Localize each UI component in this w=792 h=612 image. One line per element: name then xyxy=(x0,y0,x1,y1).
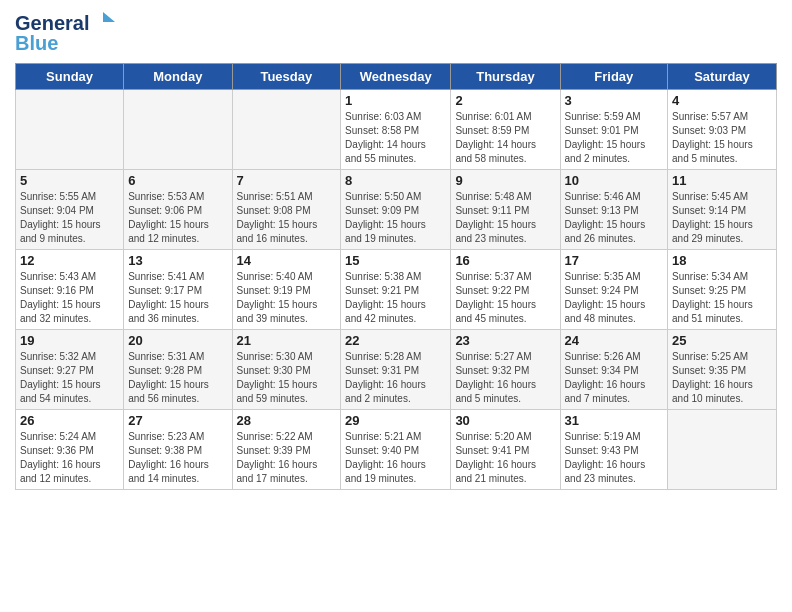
day-number: 15 xyxy=(345,253,446,268)
day-number: 26 xyxy=(20,413,119,428)
day-info: Sunrise: 5:28 AM Sunset: 9:31 PM Dayligh… xyxy=(345,350,446,406)
day-number: 29 xyxy=(345,413,446,428)
day-number: 30 xyxy=(455,413,555,428)
calendar-cell: 14Sunrise: 5:40 AM Sunset: 9:19 PM Dayli… xyxy=(232,250,341,330)
calendar-cell xyxy=(232,90,341,170)
day-info: Sunrise: 5:40 AM Sunset: 9:19 PM Dayligh… xyxy=(237,270,337,326)
calendar-cell xyxy=(668,410,777,490)
svg-text:Blue: Blue xyxy=(15,32,58,54)
calendar-cell xyxy=(16,90,124,170)
day-info: Sunrise: 5:57 AM Sunset: 9:03 PM Dayligh… xyxy=(672,110,772,166)
day-number: 6 xyxy=(128,173,227,188)
day-number: 19 xyxy=(20,333,119,348)
header: GeneralBlue xyxy=(15,10,777,55)
day-info: Sunrise: 5:19 AM Sunset: 9:43 PM Dayligh… xyxy=(565,430,664,486)
calendar-week-1: 1Sunrise: 6:03 AM Sunset: 8:58 PM Daylig… xyxy=(16,90,777,170)
calendar-cell xyxy=(124,90,232,170)
logo: GeneralBlue xyxy=(15,10,135,55)
day-info: Sunrise: 5:21 AM Sunset: 9:40 PM Dayligh… xyxy=(345,430,446,486)
calendar-header-thursday: Thursday xyxy=(451,64,560,90)
calendar-cell: 29Sunrise: 5:21 AM Sunset: 9:40 PM Dayli… xyxy=(341,410,451,490)
calendar-cell: 25Sunrise: 5:25 AM Sunset: 9:35 PM Dayli… xyxy=(668,330,777,410)
calendar-week-3: 12Sunrise: 5:43 AM Sunset: 9:16 PM Dayli… xyxy=(16,250,777,330)
calendar-cell: 20Sunrise: 5:31 AM Sunset: 9:28 PM Dayli… xyxy=(124,330,232,410)
day-info: Sunrise: 5:20 AM Sunset: 9:41 PM Dayligh… xyxy=(455,430,555,486)
calendar-cell: 5Sunrise: 5:55 AM Sunset: 9:04 PM Daylig… xyxy=(16,170,124,250)
day-info: Sunrise: 5:59 AM Sunset: 9:01 PM Dayligh… xyxy=(565,110,664,166)
day-info: Sunrise: 5:55 AM Sunset: 9:04 PM Dayligh… xyxy=(20,190,119,246)
day-number: 10 xyxy=(565,173,664,188)
calendar-cell: 21Sunrise: 5:30 AM Sunset: 9:30 PM Dayli… xyxy=(232,330,341,410)
day-number: 23 xyxy=(455,333,555,348)
day-number: 21 xyxy=(237,333,337,348)
day-info: Sunrise: 5:31 AM Sunset: 9:28 PM Dayligh… xyxy=(128,350,227,406)
day-number: 20 xyxy=(128,333,227,348)
day-number: 17 xyxy=(565,253,664,268)
calendar-cell: 26Sunrise: 5:24 AM Sunset: 9:36 PM Dayli… xyxy=(16,410,124,490)
day-info: Sunrise: 5:51 AM Sunset: 9:08 PM Dayligh… xyxy=(237,190,337,246)
day-number: 18 xyxy=(672,253,772,268)
day-info: Sunrise: 5:25 AM Sunset: 9:35 PM Dayligh… xyxy=(672,350,772,406)
calendar-cell: 31Sunrise: 5:19 AM Sunset: 9:43 PM Dayli… xyxy=(560,410,668,490)
calendar-cell: 28Sunrise: 5:22 AM Sunset: 9:39 PM Dayli… xyxy=(232,410,341,490)
calendar-header-saturday: Saturday xyxy=(668,64,777,90)
calendar-cell: 1Sunrise: 6:03 AM Sunset: 8:58 PM Daylig… xyxy=(341,90,451,170)
day-info: Sunrise: 5:24 AM Sunset: 9:36 PM Dayligh… xyxy=(20,430,119,486)
day-number: 9 xyxy=(455,173,555,188)
day-number: 24 xyxy=(565,333,664,348)
day-number: 4 xyxy=(672,93,772,108)
day-info: Sunrise: 5:23 AM Sunset: 9:38 PM Dayligh… xyxy=(128,430,227,486)
calendar-cell: 11Sunrise: 5:45 AM Sunset: 9:14 PM Dayli… xyxy=(668,170,777,250)
calendar-header-wednesday: Wednesday xyxy=(341,64,451,90)
calendar-cell: 16Sunrise: 5:37 AM Sunset: 9:22 PM Dayli… xyxy=(451,250,560,330)
logo-svg: GeneralBlue xyxy=(15,10,135,55)
day-number: 11 xyxy=(672,173,772,188)
day-number: 31 xyxy=(565,413,664,428)
calendar: SundayMondayTuesdayWednesdayThursdayFrid… xyxy=(15,63,777,490)
calendar-header-sunday: Sunday xyxy=(16,64,124,90)
calendar-cell: 27Sunrise: 5:23 AM Sunset: 9:38 PM Dayli… xyxy=(124,410,232,490)
day-number: 12 xyxy=(20,253,119,268)
calendar-week-5: 26Sunrise: 5:24 AM Sunset: 9:36 PM Dayli… xyxy=(16,410,777,490)
day-info: Sunrise: 5:45 AM Sunset: 9:14 PM Dayligh… xyxy=(672,190,772,246)
day-number: 7 xyxy=(237,173,337,188)
day-info: Sunrise: 5:34 AM Sunset: 9:25 PM Dayligh… xyxy=(672,270,772,326)
day-info: Sunrise: 5:27 AM Sunset: 9:32 PM Dayligh… xyxy=(455,350,555,406)
calendar-header-tuesday: Tuesday xyxy=(232,64,341,90)
calendar-cell: 23Sunrise: 5:27 AM Sunset: 9:32 PM Dayli… xyxy=(451,330,560,410)
calendar-cell: 19Sunrise: 5:32 AM Sunset: 9:27 PM Dayli… xyxy=(16,330,124,410)
day-info: Sunrise: 5:48 AM Sunset: 9:11 PM Dayligh… xyxy=(455,190,555,246)
day-number: 2 xyxy=(455,93,555,108)
day-info: Sunrise: 5:38 AM Sunset: 9:21 PM Dayligh… xyxy=(345,270,446,326)
day-info: Sunrise: 6:01 AM Sunset: 8:59 PM Dayligh… xyxy=(455,110,555,166)
day-number: 8 xyxy=(345,173,446,188)
calendar-cell: 17Sunrise: 5:35 AM Sunset: 9:24 PM Dayli… xyxy=(560,250,668,330)
day-number: 13 xyxy=(128,253,227,268)
day-info: Sunrise: 5:32 AM Sunset: 9:27 PM Dayligh… xyxy=(20,350,119,406)
calendar-cell: 7Sunrise: 5:51 AM Sunset: 9:08 PM Daylig… xyxy=(232,170,341,250)
calendar-cell: 22Sunrise: 5:28 AM Sunset: 9:31 PM Dayli… xyxy=(341,330,451,410)
calendar-cell: 12Sunrise: 5:43 AM Sunset: 9:16 PM Dayli… xyxy=(16,250,124,330)
calendar-cell: 8Sunrise: 5:50 AM Sunset: 9:09 PM Daylig… xyxy=(341,170,451,250)
calendar-cell: 30Sunrise: 5:20 AM Sunset: 9:41 PM Dayli… xyxy=(451,410,560,490)
svg-text:General: General xyxy=(15,12,89,34)
day-number: 3 xyxy=(565,93,664,108)
calendar-cell: 9Sunrise: 5:48 AM Sunset: 9:11 PM Daylig… xyxy=(451,170,560,250)
calendar-cell: 4Sunrise: 5:57 AM Sunset: 9:03 PM Daylig… xyxy=(668,90,777,170)
day-number: 28 xyxy=(237,413,337,428)
calendar-header-row: SundayMondayTuesdayWednesdayThursdayFrid… xyxy=(16,64,777,90)
calendar-cell: 3Sunrise: 5:59 AM Sunset: 9:01 PM Daylig… xyxy=(560,90,668,170)
day-number: 22 xyxy=(345,333,446,348)
day-info: Sunrise: 5:41 AM Sunset: 9:17 PM Dayligh… xyxy=(128,270,227,326)
day-number: 1 xyxy=(345,93,446,108)
page: GeneralBlue SundayMondayTuesdayWednesday… xyxy=(0,0,792,612)
day-number: 25 xyxy=(672,333,772,348)
day-info: Sunrise: 5:50 AM Sunset: 9:09 PM Dayligh… xyxy=(345,190,446,246)
day-info: Sunrise: 5:22 AM Sunset: 9:39 PM Dayligh… xyxy=(237,430,337,486)
day-info: Sunrise: 5:26 AM Sunset: 9:34 PM Dayligh… xyxy=(565,350,664,406)
day-info: Sunrise: 6:03 AM Sunset: 8:58 PM Dayligh… xyxy=(345,110,446,166)
day-info: Sunrise: 5:53 AM Sunset: 9:06 PM Dayligh… xyxy=(128,190,227,246)
calendar-header-friday: Friday xyxy=(560,64,668,90)
calendar-week-4: 19Sunrise: 5:32 AM Sunset: 9:27 PM Dayli… xyxy=(16,330,777,410)
calendar-cell: 18Sunrise: 5:34 AM Sunset: 9:25 PM Dayli… xyxy=(668,250,777,330)
